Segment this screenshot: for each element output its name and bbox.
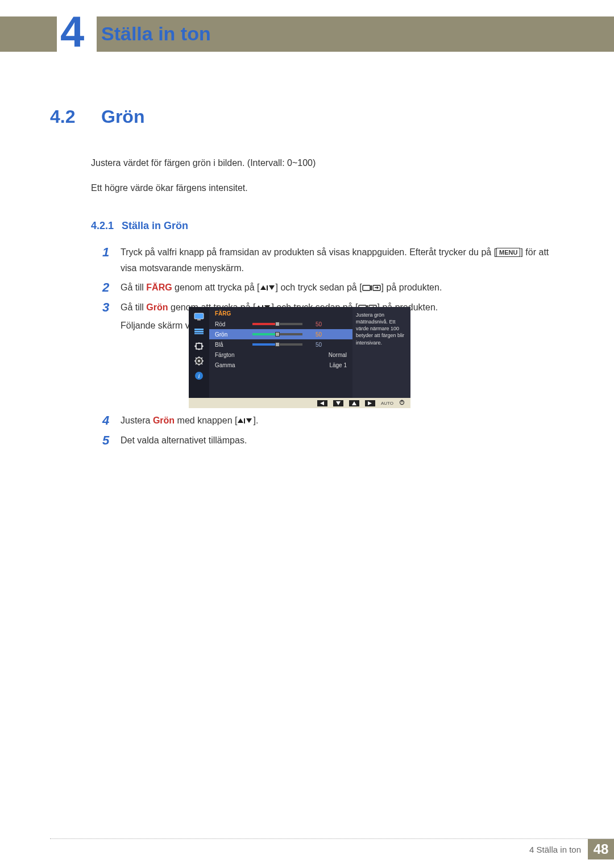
svg-rect-3 [363,285,370,290]
osd-help-text: Justera grön mättnadsnivå. Ett värde när… [352,307,410,398]
svg-rect-4 [371,285,372,290]
up-down-arrow-icon [260,283,276,292]
osd-row-blue: Blå 50 [209,339,352,350]
step-number-4: 4 [102,413,110,429]
screen-enter-icon [362,283,381,292]
osd-row-tone: Färgton Normal [209,350,352,360]
svg-text:i: i [198,372,200,379]
intro-line-2: Ett högre värde ökar färgens intensitet. [91,181,563,196]
info-icon: i [193,371,205,381]
step-list-cont: 4 Justera Grön med knappen []. 5 Det val… [102,413,563,452]
svg-marker-2 [269,285,275,290]
step-number-5: 5 [102,433,110,449]
svg-line-24 [196,358,197,359]
footer-chapter-label: 4 Ställa in ton [529,839,588,859]
gear-icon [193,356,205,366]
page-number: 48 [588,839,614,859]
svg-rect-15 [194,331,204,333]
svg-rect-14 [194,329,204,330]
osd-panel: FÄRG Röd 50 Grön 50 Blå 50 Färgton Norma… [209,307,352,398]
svg-marker-31 [336,401,341,405]
osd-auto-label: AUTO [381,401,393,406]
footer: 4 Ställa in ton 48 [529,839,614,859]
monitor-icon [193,312,205,322]
menu-key-icon: MENU [496,248,520,257]
step-number-2: 2 [102,280,110,296]
step-2-text: Gå till FÄRG genom att trycka på [] och … [121,280,563,296]
svg-marker-32 [352,401,356,405]
svg-rect-13 [197,319,201,321]
step-5-text: Det valda alternativet tillämpas. [121,433,563,449]
up-down-arrow-icon [237,416,253,425]
svg-rect-16 [194,333,204,334]
right-arrow-icon [365,400,375,406]
svg-line-26 [196,363,197,364]
step-1-text: Tryck på valfri knapp på framsidan av pr… [121,244,563,276]
svg-rect-12 [194,313,204,319]
svg-marker-38 [246,418,252,423]
section-body: 4.2 Grön Justera värdet för färgen grön … [50,106,563,337]
chapter-title: Ställa in ton [101,23,211,45]
resize-icon [193,341,205,351]
osd-row-green: Grön 50 [209,329,352,339]
svg-point-19 [198,360,200,362]
subsection-number: 4.2.1 [91,220,114,232]
down-arrow-icon [333,400,343,406]
section-number: 4.2 [50,106,84,127]
step-number-3: 3 [102,300,110,334]
step-number-1: 1 [102,244,110,276]
svg-rect-17 [196,343,202,349]
osd-row-red: Röd 50 [209,319,352,329]
svg-marker-36 [238,418,243,423]
svg-line-27 [201,358,202,359]
osd-title: FÄRG [209,309,352,319]
svg-marker-30 [320,401,324,405]
svg-line-25 [201,363,202,364]
chapter-number: 4 [60,10,84,53]
osd-button-bar: AUTO [189,398,410,408]
step-4-text: Justera Grön med knappen []. [121,413,563,429]
svg-rect-1 [267,285,268,290]
left-arrow-icon [317,400,327,406]
svg-rect-37 [244,418,245,423]
svg-marker-33 [368,401,372,405]
osd-sidebar: i [189,307,209,398]
up-arrow-icon [349,400,359,406]
svg-marker-0 [260,285,266,290]
power-icon [399,400,405,406]
osd-screenshot: i FÄRG Röd 50 Grön 50 Blå 50 Färgton Nor… [189,307,410,408]
section-title: Grön [101,106,144,127]
osd-row-gamma: Gamma Läge 1 [209,360,352,370]
list-icon [193,326,205,337]
intro-line-1: Justera värdet för färgen grön i bilden.… [91,156,563,171]
subsection-title: Ställa in Grön [122,220,188,232]
